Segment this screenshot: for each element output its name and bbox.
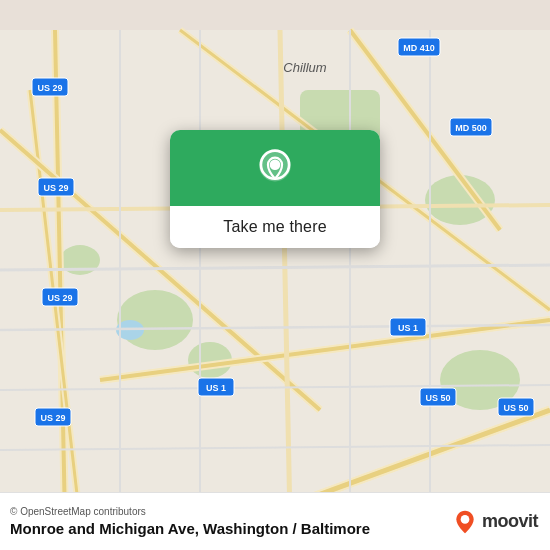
svg-text:US 50: US 50 xyxy=(503,403,528,413)
moovit-pin-icon xyxy=(452,509,478,535)
svg-point-56 xyxy=(461,515,470,524)
svg-text:US 29: US 29 xyxy=(37,83,62,93)
svg-text:Chillum: Chillum xyxy=(283,60,327,75)
moovit-text: moovit xyxy=(482,511,538,532)
bottom-bar: © OpenStreetMap contributors Monroe and … xyxy=(0,492,550,550)
svg-point-55 xyxy=(270,159,281,170)
svg-text:US 1: US 1 xyxy=(206,383,226,393)
location-text-group: © OpenStreetMap contributors Monroe and … xyxy=(10,506,452,537)
svg-point-1 xyxy=(117,290,193,350)
map-background: US 29 US 29 US 29 US 29 MD 500 US 1 US 1… xyxy=(0,0,550,550)
moovit-logo: moovit xyxy=(452,509,538,535)
svg-text:US 29: US 29 xyxy=(43,183,68,193)
svg-text:US 29: US 29 xyxy=(47,293,72,303)
svg-text:US 1: US 1 xyxy=(398,323,418,333)
osm-credit: © OpenStreetMap contributors xyxy=(10,506,452,517)
svg-text:MD 410: MD 410 xyxy=(403,43,435,53)
popup-icon-area xyxy=(170,130,380,206)
location-name: Monroe and Michigan Ave, Washington / Ba… xyxy=(10,520,452,537)
svg-text:US 50: US 50 xyxy=(425,393,450,403)
map-container: US 29 US 29 US 29 US 29 MD 500 US 1 US 1… xyxy=(0,0,550,550)
take-me-there-button[interactable]: Take me there xyxy=(170,206,380,248)
svg-text:US 29: US 29 xyxy=(40,413,65,423)
svg-text:MD 500: MD 500 xyxy=(455,123,487,133)
popup-card: Take me there xyxy=(170,130,380,248)
location-pin-icon xyxy=(253,148,297,192)
